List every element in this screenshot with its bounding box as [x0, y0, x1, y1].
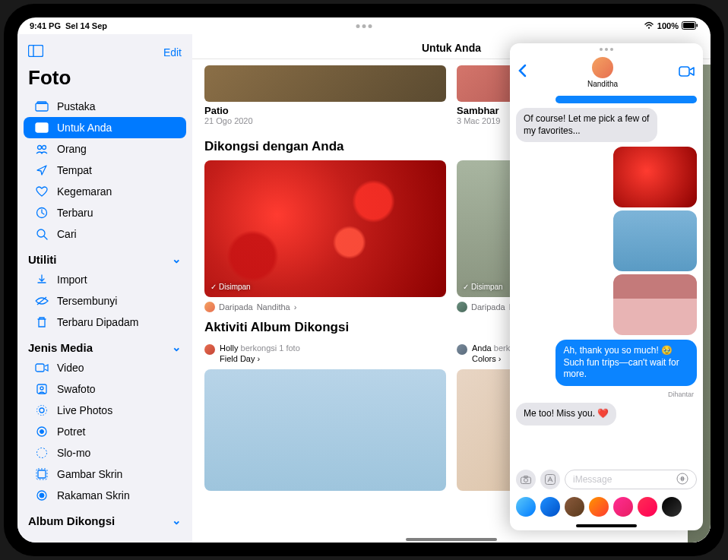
sidebar: Edit Foto Pustaka Untuk Anda Orang Tempa… — [17, 34, 192, 543]
home-indicator[interactable] — [406, 538, 497, 541]
sidebar-item-label: Rakaman Skrin — [57, 489, 130, 501]
status-date: Sel 14 Sep — [65, 21, 107, 30]
chevron-down-icon: ⌄ — [172, 340, 182, 354]
sidebar-item-tersembunyi[interactable]: Tersembunyi — [24, 290, 186, 312]
conversation-title[interactable]: Nanditha — [587, 57, 618, 88]
section-album-dikongsi[interactable]: Album Dikongsi⌄ — [17, 506, 192, 530]
message-image-stack[interactable] — [613, 147, 697, 335]
memory-card-patio[interactable]: Patio 21 Ogo 2020 — [204, 65, 446, 125]
facetime-button[interactable] — [679, 66, 695, 80]
camera-button[interactable] — [516, 470, 536, 489]
sidebar-item-label: Cari — [57, 228, 77, 240]
search-icon — [34, 228, 49, 240]
edit-button[interactable]: Edit — [163, 46, 182, 59]
slide-over-grabber[interactable] — [600, 48, 613, 51]
sidebar-item-kegemaran[interactable]: Kegemaran — [24, 181, 186, 202]
section-jenis-media[interactable]: Jenis Media⌄ — [17, 333, 192, 357]
sidebar-item-import[interactable]: Import — [24, 269, 186, 290]
imessage-app-strip[interactable] — [510, 494, 703, 523]
message-image[interactable] — [613, 274, 697, 335]
svg-point-21 — [40, 430, 44, 434]
message-input-row: iMessage — [510, 465, 703, 494]
library-icon — [34, 101, 49, 112]
svg-rect-27 — [679, 67, 689, 76]
shared-from[interactable]: Daripada Nanditha › — [204, 302, 446, 312]
screen: 9:41 PG Sel 14 Sep 100% Edit Foto Pustak… — [17, 17, 711, 543]
dictation-icon[interactable] — [676, 473, 688, 487]
contact-avatar — [592, 57, 613, 78]
svg-point-26 — [40, 493, 44, 498]
sidebar-item-label: Terbaru Dipadam — [57, 316, 138, 328]
status-bar: 9:41 PG Sel 14 Sep 100% — [17, 17, 711, 34]
section-utiliti[interactable]: Utiliti⌄ — [17, 245, 192, 269]
sidebar-item-cari[interactable]: Cari — [24, 223, 186, 245]
sidebar-item-gambar-skrin[interactable]: Gambar Skrin — [24, 464, 186, 485]
message-bubble-incoming[interactable]: Me too! Miss you. ❤️ — [516, 403, 616, 426]
activity-photo — [204, 369, 446, 491]
back-button[interactable] — [518, 64, 527, 81]
svg-line-13 — [44, 236, 47, 239]
sidebar-item-tempat[interactable]: Tempat — [24, 160, 186, 181]
svg-rect-3 — [697, 24, 698, 27]
battery-percent: 100% — [657, 21, 679, 30]
sidebar-item-label: Slo-mo — [57, 447, 90, 459]
saved-badge: ✓ Disimpan — [463, 283, 503, 291]
svg-rect-15 — [36, 364, 44, 372]
sidebar-item-swafoto[interactable]: Swafoto — [24, 378, 186, 400]
app-strip-icon[interactable] — [638, 497, 657, 517]
app-strip-icon[interactable] — [516, 497, 536, 517]
sidebar-item-label: Gambar Skrin — [57, 468, 122, 480]
delivered-status: Dihantar — [516, 391, 697, 398]
activity-card[interactable]: Holly berkongsi 1 fotoField Day › — [204, 343, 446, 491]
contact-name: Nanditha — [587, 80, 618, 88]
svg-rect-31 — [546, 475, 555, 485]
sidebar-item-live-photos[interactable]: Live Photos — [24, 400, 186, 421]
message-bubble-incoming[interactable]: Of course! Let me pick a few of my favor… — [516, 108, 657, 142]
sidebar-item-slomo[interactable]: Slo-mo — [24, 442, 186, 464]
sidebar-item-pustaka[interactable]: Pustaka — [24, 96, 186, 117]
sidebar-toggle-icon[interactable] — [28, 45, 43, 60]
sidebar-item-terbaru[interactable]: Terbaru — [24, 202, 186, 223]
app-strip-icon[interactable] — [540, 497, 560, 517]
sidebar-item-label: Kegemaran — [57, 185, 112, 198]
memory-date: 21 Ogo 2020 — [204, 116, 446, 125]
for-you-icon — [34, 122, 49, 133]
app-strip-icon[interactable] — [565, 497, 584, 517]
message-image[interactable] — [613, 147, 697, 207]
message-input[interactable]: iMessage — [565, 470, 697, 489]
sidebar-item-orang[interactable]: Orang — [24, 138, 186, 160]
message-image[interactable] — [613, 210, 697, 271]
clock-icon — [34, 207, 49, 219]
sidebar-item-video[interactable]: Video — [24, 357, 186, 378]
sidebar-item-rakaman-skrin[interactable]: Rakaman Skrin — [24, 485, 186, 506]
app-strip-icon[interactable] — [589, 497, 609, 517]
app-strip-icon[interactable] — [613, 497, 633, 517]
chevron-right-icon: › — [499, 354, 502, 363]
multitasking-dots[interactable] — [356, 24, 372, 28]
sidebar-item-label: Orang — [57, 143, 87, 155]
screenrec-icon — [34, 489, 49, 501]
app-store-button[interactable] — [540, 470, 560, 489]
sidebar-item-label: Swafoto — [57, 383, 96, 395]
sidebar-item-label: Potret — [57, 426, 85, 438]
shared-photo: ✓ Disimpan — [204, 160, 446, 297]
sidebar-item-label: Live Photos — [57, 404, 112, 416]
slide-over-messages: Nanditha Of course! Let me pick a few of… — [510, 43, 703, 530]
message-bubble-outgoing[interactable]: Ah, thank you so much! 🥹 Such fun trips—… — [555, 340, 697, 386]
svg-point-12 — [37, 229, 45, 237]
svg-point-0 — [648, 27, 650, 29]
sidebar-item-label: Untuk Anda — [57, 122, 112, 134]
svg-rect-2 — [683, 23, 695, 28]
home-indicator[interactable] — [576, 524, 637, 527]
svg-rect-4 — [29, 46, 43, 57]
svg-point-22 — [37, 448, 47, 458]
sidebar-item-terbaru-dipadam[interactable]: Terbaru Dipadam — [24, 312, 186, 333]
svg-rect-23 — [38, 470, 46, 478]
sidebar-item-potret[interactable]: Potret — [24, 421, 186, 442]
message-list[interactable]: Of course! Let me pick a few of my favor… — [510, 93, 703, 465]
sidebar-item-untuk-anda[interactable]: Untuk Anda — [24, 117, 186, 138]
shared-card[interactable]: ✓ Disimpan Daripada Nanditha › — [204, 160, 446, 312]
sidebar-item-label: Import — [57, 274, 87, 286]
svg-rect-7 — [37, 102, 46, 103]
app-strip-icon[interactable] — [662, 497, 682, 517]
